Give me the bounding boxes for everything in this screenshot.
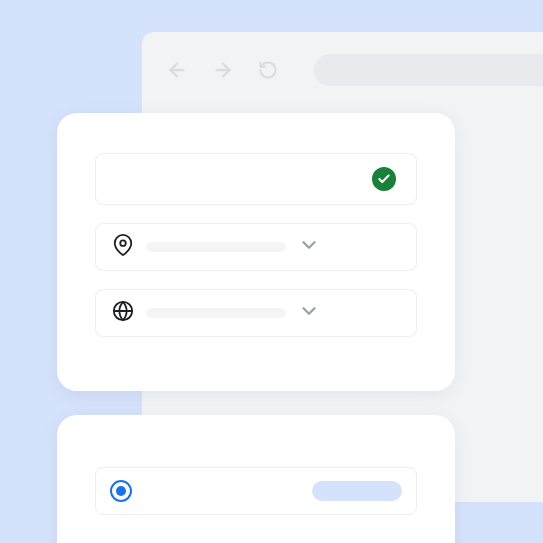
radio-option[interactable]: [95, 467, 417, 515]
option-card: [57, 415, 455, 543]
svg-point-2: [120, 240, 126, 246]
location-dropdown[interactable]: [95, 223, 417, 271]
globe-icon: [112, 300, 134, 326]
forward-icon[interactable]: [212, 59, 234, 81]
refresh-icon[interactable]: [258, 60, 278, 80]
option-badge: [312, 481, 402, 501]
verified-field[interactable]: [95, 153, 417, 205]
radio-selected-icon: [110, 480, 132, 502]
location-pin-icon: [112, 234, 134, 260]
form-card: [57, 113, 455, 391]
back-icon[interactable]: [166, 59, 188, 81]
language-placeholder: [146, 308, 286, 318]
chevron-down-icon: [298, 300, 320, 326]
location-placeholder: [146, 242, 286, 252]
address-bar[interactable]: [314, 54, 543, 86]
browser-toolbar: [166, 54, 543, 86]
language-dropdown[interactable]: [95, 289, 417, 337]
checkmark-icon: [372, 167, 396, 191]
chevron-down-icon: [298, 234, 320, 260]
